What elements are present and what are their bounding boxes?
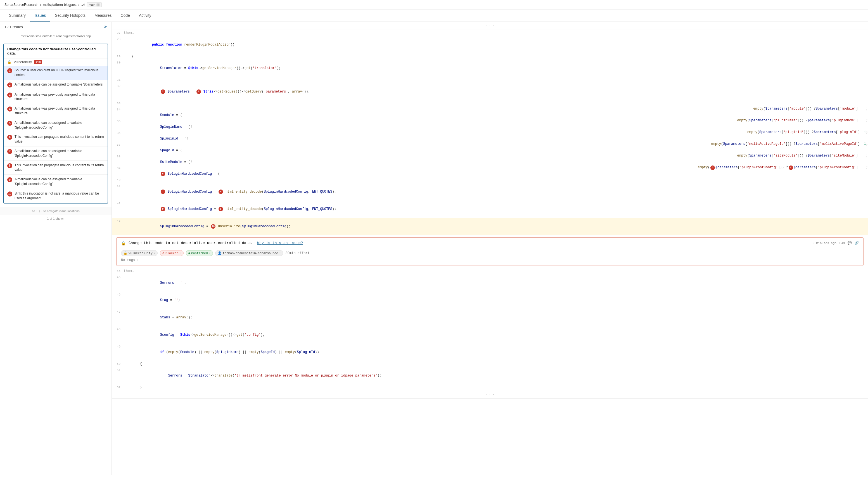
step-text-5: A malicious value can be assigned to var… — [14, 120, 104, 130]
tag-user[interactable]: 👤 thomas-chauchefoin-sonarsource ▾ — [215, 250, 283, 256]
file-path: melis-cms/src/Controller/FrontPluginsCon… — [0, 32, 112, 40]
issue-card-title: Change this code to not deserialize user… — [4, 44, 107, 58]
user-tag-label: thomas-chauchefoin-sonarsource — [223, 251, 278, 255]
tag-confirmed[interactable]: ◉ Confirmed ▾ — [186, 250, 213, 256]
chevron-user-icon: ▾ — [279, 251, 281, 255]
issues-header: 1 / 1 issues ⟳ — [0, 22, 112, 32]
step-text-4: A malicious value was previously assigne… — [14, 106, 104, 116]
shown-count: 1 of 1 shown — [0, 215, 112, 222]
step-item-1[interactable]: 1Source: a user can craft an HTTP reques… — [4, 66, 107, 80]
code-line-42: 42 9 $pluginHardcodedConfig = 8 html_ent… — [112, 201, 868, 218]
popup-lock-icon: 🔒 — [121, 241, 126, 246]
breadcrumb-branch-icon: ⎇ — [81, 3, 85, 7]
close-branch-button[interactable]: × — [96, 3, 100, 6]
code-line-29: 29 { — [112, 53, 868, 60]
chevron-confirmed-icon: ▾ — [209, 251, 211, 255]
tab-security-hotspots[interactable]: Security Hotspots — [50, 10, 90, 22]
tab-code[interactable]: Code — [116, 10, 134, 22]
scroll-hint-top: · · · — [112, 22, 868, 30]
breadcrumb-sep1: › — [40, 3, 41, 7]
code-line-48: 48 $config = $this->getServiceManager()-… — [112, 326, 868, 343]
step-text-6: This invocation can propagate malicious … — [14, 135, 104, 144]
lock-small-icon: 🔒 — [124, 251, 127, 255]
tab-summary[interactable]: Summary — [4, 10, 30, 22]
step-item-10[interactable]: 10Sink: this invocation is not safe; a m… — [4, 189, 107, 203]
breadcrumb-org[interactable]: SonarSourceResearch — [4, 3, 38, 7]
why-issue-link[interactable]: Why is this an issue? — [257, 241, 303, 245]
nav-tabs: Summary Issues Security Hotspots Measure… — [0, 10, 868, 22]
code-line-28: 28 public function renderPluginModalActi… — [112, 36, 868, 53]
user-avatar-icon: 👤 — [218, 251, 222, 255]
chevron-blocker-icon: ▾ — [179, 251, 181, 255]
step-num-7: 7 — [7, 149, 12, 154]
vulnerability-tag-label: Vulnerability — [129, 251, 153, 255]
step-item-7[interactable]: 7A malicious value can be assigned to va… — [4, 147, 107, 161]
badge-count: +10 — [34, 60, 42, 64]
step-num-10: 10 — [7, 191, 12, 197]
step-text-9: A malicious value can be assigned to var… — [14, 177, 104, 186]
step-item-6[interactable]: 6This invocation can propagate malicious… — [4, 132, 107, 147]
step-item-9[interactable]: 9A malicious value can be assigned to va… — [4, 175, 107, 189]
issue-badge-row: 🔒 Vulnerability +10 — [4, 58, 107, 66]
popup-title-text: Change this code to not deserialize user… — [129, 241, 255, 245]
link-icon[interactable]: 🔗 — [855, 241, 859, 245]
effort-label: 30min effort — [285, 251, 309, 255]
popup-time: 5 minutes ago — [812, 241, 836, 245]
blocker-tag-label: Blocker — [165, 251, 178, 255]
refresh-button[interactable]: ⟳ — [104, 25, 107, 29]
tab-measures[interactable]: Measures — [90, 10, 116, 22]
code-line-31: 31 — [112, 77, 868, 83]
scroll-hint-bottom: · · · — [112, 390, 868, 398]
code-line-32: 32 2 $parameters = 1 $this->getRequest()… — [112, 83, 868, 100]
add-tag-button[interactable]: + — [137, 258, 138, 262]
step-text-7: A malicious value can be assigned to var… — [14, 149, 104, 158]
issue-popup: 🔒 Change this code to not deserialize us… — [116, 237, 864, 266]
breadcrumb: SonarSourceResearch › melisplatform-blog… — [0, 0, 868, 10]
tab-activity[interactable]: Activity — [134, 10, 156, 22]
branch-badge: main × — [87, 2, 102, 7]
code-line-37: 37 $pageId = (!empty($parameters['melisA… — [112, 142, 868, 153]
step-item-8[interactable]: 8This invocation can propagate malicious… — [4, 161, 107, 175]
step-item-5[interactable]: 5A malicious value can be assigned to va… — [4, 118, 107, 132]
code-line-47: 47 $tabs = array(); — [112, 309, 868, 326]
tab-issues[interactable]: Issues — [30, 10, 50, 22]
branch-name: main — [89, 3, 95, 6]
step-num-8: 8 — [7, 163, 12, 168]
step-num-2: 2 — [7, 83, 12, 88]
popup-tags-row: 🔒 Vulnerability ▾ ⊘ Blocker ▾ ◉ Confirme… — [121, 250, 859, 256]
steps-list: 1Source: a user can craft an HTTP reques… — [4, 66, 107, 203]
code-line-40: 40 — [112, 177, 868, 183]
code-line-45: 45 $errors = ''; — [112, 274, 868, 292]
breadcrumb-sep2: › — [78, 3, 80, 7]
step-text-1: Source: a user can craft an HTTP request… — [14, 68, 104, 78]
left-panel: 1 / 1 issues ⟳ melis-cms/src/Controller/… — [0, 22, 112, 475]
tag-vulnerability[interactable]: 🔒 Vulnerability ▾ — [121, 250, 158, 256]
step-num-4: 4 — [7, 107, 12, 112]
chevron-icon: ▾ — [154, 251, 155, 255]
step-item-2[interactable]: 2A malicious value can be assigned to va… — [4, 80, 107, 90]
step-text-2: A malicious value can be assigned to var… — [14, 82, 103, 87]
step-text-10: Sink: this invocation is not safe; a mal… — [14, 191, 104, 201]
confirmed-dot-icon: ◉ — [188, 251, 190, 255]
popup-title: 🔒 Change this code to not deserialize us… — [121, 241, 303, 246]
code-line-50: 50 { — [112, 361, 868, 367]
lock-icon: 🔒 — [7, 60, 11, 64]
tag-blocker[interactable]: ⊘ Blocker ▾ — [160, 250, 183, 256]
code-viewer: · · · 27 thom… 28 public function render… — [112, 22, 868, 398]
main-layout: 1 / 1 issues ⟳ melis-cms/src/Controller/… — [0, 22, 868, 475]
no-tags-label: No tags — [121, 258, 135, 262]
code-line-34: 34 $module = (!empty($parameters['module… — [112, 107, 868, 118]
breadcrumb-repo[interactable]: melisplatform-blogpost — [43, 3, 76, 7]
step-item-4[interactable]: 4A malicious value was previously assign… — [4, 104, 107, 118]
code-line-38: 38 $siteModule = (!empty($parameters['si… — [112, 153, 868, 165]
comment-icon[interactable]: 💬 — [847, 241, 852, 245]
step-item-3[interactable]: 3A malicious value was previously assign… — [4, 90, 107, 104]
code-line-43: 43 $pluginHardcodedConfig = 10 unseriali… — [112, 218, 868, 235]
right-panel[interactable]: · · · 27 thom… 28 public function render… — [112, 22, 868, 475]
issue-card: Change this code to not deserialize user… — [3, 43, 108, 204]
code-line-46: 46 $tag = ''; — [112, 292, 868, 309]
code-line-27: 27 thom… — [112, 30, 868, 36]
code-line-52: 52 } — [112, 384, 868, 390]
code-line-33: 33 — [112, 100, 868, 107]
step-num-9: 9 — [7, 177, 12, 182]
